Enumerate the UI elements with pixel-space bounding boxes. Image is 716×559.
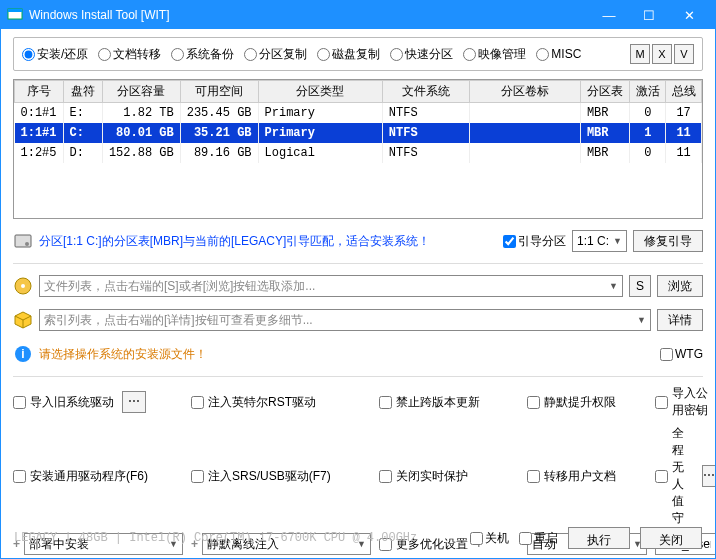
- titlebar: Windows Install Tool [WIT] — ☐ ✕: [1, 1, 715, 29]
- filelist-row: 文件列表，点击右端的[S]或者[浏览]按钮选取添加...▼ S 浏览: [13, 274, 703, 298]
- btn-m[interactable]: M: [630, 44, 650, 64]
- chk-no-crossver[interactable]: [379, 396, 392, 409]
- col-header[interactable]: 激活: [630, 81, 666, 103]
- chk-silent-elev[interactable]: [527, 396, 540, 409]
- col-header[interactable]: 分区卷标: [469, 81, 580, 103]
- shutdown-check[interactable]: 关机: [470, 530, 509, 547]
- boot-partition-check[interactable]: 引导分区: [503, 233, 566, 250]
- chk-univ-driver[interactable]: [13, 470, 26, 483]
- chk-intel-rst[interactable]: [191, 396, 204, 409]
- app-icon: [7, 7, 23, 23]
- cube-icon: [13, 310, 33, 330]
- col-header[interactable]: 分区表: [580, 81, 630, 103]
- mode-transfer[interactable]: 文档转移: [98, 46, 161, 63]
- svg-rect-1: [8, 9, 22, 12]
- source-prompt-row: i 请选择操作系统的安装源文件！ WTG: [13, 342, 703, 366]
- filelist-combo[interactable]: 文件列表，点击右端的[S]或者[浏览]按钮选取添加...▼: [39, 275, 623, 297]
- mode-backup[interactable]: 系统备份: [171, 46, 234, 63]
- repair-boot-button[interactable]: 修复引导: [633, 230, 703, 252]
- execute-button[interactable]: 执行: [568, 527, 630, 549]
- disk-icon: [13, 231, 33, 251]
- svg-point-3: [25, 242, 29, 246]
- boot-message: 分区[1:1 C:]的分区表[MBR]与当前的[LEGACY]引导匹配，适合安装…: [39, 233, 497, 250]
- col-header[interactable]: 序号: [15, 81, 64, 103]
- table-row[interactable]: 1:1#1C:80.01 GB35.21 GBPrimaryNTFSMBR111: [15, 123, 702, 143]
- window-title: Windows Install Tool [WIT]: [29, 8, 589, 22]
- chk-old-drivers[interactable]: [13, 396, 26, 409]
- boot-status-row: 分区[1:1 C:]的分区表[MBR]与当前的[LEGACY]引导匹配，适合安装…: [13, 229, 703, 253]
- info-icon: i: [13, 344, 33, 364]
- chk-srs-usb[interactable]: [191, 470, 204, 483]
- svg-text:i: i: [21, 347, 24, 361]
- indexlist-row: 索引列表，点击右端的[详情]按钮可查看更多细节...▼ 详情: [13, 308, 703, 332]
- unattended-more[interactable]: ⋯: [702, 465, 716, 487]
- mode-install[interactable]: 安装/还原: [22, 46, 88, 63]
- indexlist-detail-button[interactable]: 详情: [657, 309, 703, 331]
- disc-icon: [13, 276, 33, 296]
- chk-disable-rtp[interactable]: [379, 470, 392, 483]
- source-prompt-text: 请选择操作系统的安装源文件！: [39, 346, 654, 363]
- btn-x[interactable]: X: [652, 44, 672, 64]
- minimize-button[interactable]: —: [589, 1, 629, 29]
- col-header[interactable]: 盘符: [63, 81, 102, 103]
- mode-misc[interactable]: MISC: [536, 47, 581, 61]
- chk-move-userdocs[interactable]: [527, 470, 540, 483]
- close-button[interactable]: 关闭: [640, 527, 702, 549]
- mode-quickpart[interactable]: 快速分区: [390, 46, 453, 63]
- filelist-browse-button[interactable]: 浏览: [657, 275, 703, 297]
- status-text: LEGACY | 48GB | Intel(R) Core(TM) i7-670…: [14, 531, 460, 545]
- old-drivers-more[interactable]: ⋯: [122, 391, 146, 413]
- col-header[interactable]: 文件系统: [382, 81, 469, 103]
- col-header[interactable]: 分区容量: [102, 81, 180, 103]
- col-header[interactable]: 可用空间: [180, 81, 258, 103]
- mode-bar: 安装/还原 文档转移 系统备份 分区复制 磁盘复制 快速分区 映像管理 MISC…: [13, 37, 703, 71]
- close-window-button[interactable]: ✕: [669, 1, 709, 29]
- svg-point-5: [21, 284, 25, 288]
- table-row[interactable]: 0:1#1E:1.82 TB235.45 GBPrimaryNTFSMBR017: [15, 103, 702, 123]
- footer: LEGACY | 48GB | Intel(R) Core(TM) i7-670…: [0, 519, 716, 559]
- col-header[interactable]: 总线: [666, 81, 702, 103]
- chk-unattended[interactable]: [655, 470, 668, 483]
- partition-table[interactable]: 序号盘符分区容量可用空间分区类型文件系统分区卷标分区表激活总线 0:1#1E:1…: [13, 79, 703, 219]
- filelist-s-button[interactable]: S: [629, 275, 651, 297]
- col-header[interactable]: 分区类型: [258, 81, 382, 103]
- mode-partcopy[interactable]: 分区复制: [244, 46, 307, 63]
- reboot-check[interactable]: 重启: [519, 530, 558, 547]
- wtg-check[interactable]: WTG: [660, 347, 703, 361]
- maximize-button[interactable]: ☐: [629, 1, 669, 29]
- btn-v[interactable]: V: [674, 44, 694, 64]
- table-row[interactable]: 1:2#5D:152.88 GB89.16 GBLogicalNTFSMBR01…: [15, 143, 702, 163]
- chk-import-pubkey[interactable]: [655, 396, 668, 409]
- mode-diskcopy[interactable]: 磁盘复制: [317, 46, 380, 63]
- boot-partition-combo[interactable]: 1:1 C:▼: [572, 230, 627, 252]
- mode-image[interactable]: 映像管理: [463, 46, 526, 63]
- indexlist-combo[interactable]: 索引列表，点击右端的[详情]按钮可查看更多细节...▼: [39, 309, 651, 331]
